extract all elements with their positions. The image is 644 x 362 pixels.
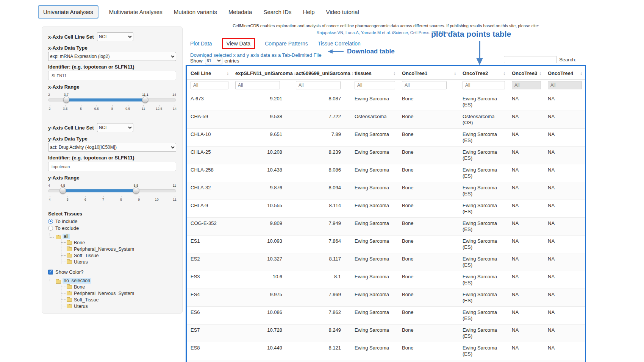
table-cell: 10.6: [231, 271, 292, 289]
sort-icon[interactable]: ▴▾: [539, 72, 541, 75]
table-cell: Bone: [398, 182, 459, 200]
slider-bar[interactable]: [66, 98, 145, 101]
radio-to-exclude[interactable]: To exclude: [48, 225, 176, 231]
column-header-expslfn11-unisarcoma[interactable]: expSLFN11_uniSarcoma▴▾: [231, 66, 292, 80]
slider-bar[interactable]: [63, 189, 136, 192]
table-cell: NA: [508, 93, 544, 111]
nav-tab-video-tutorial[interactable]: Video tutorial: [325, 6, 360, 18]
slider-handle-low[interactable]: [59, 187, 66, 194]
table-cell: NA: [508, 236, 544, 253]
filter-input-tissues[interactable]: [355, 81, 395, 89]
column-header-act609699-unisarcoma[interactable]: act609699_uniSarcoma▴▾: [292, 66, 351, 80]
nav-tab-univariate-analyses[interactable]: Univariate Analyses: [38, 5, 98, 19]
citation-line2[interactable]: Rajapakse.VN, Luna.A, Yamade.M et al. iS…: [186, 30, 586, 35]
column-label: tissues: [355, 70, 372, 76]
nav-tab-mutation-variants[interactable]: Mutation variants: [173, 6, 218, 18]
folder-icon: [67, 241, 72, 245]
nav-tab-metadata[interactable]: Metadata: [228, 6, 253, 18]
x-identifier-input[interactable]: [48, 71, 176, 80]
table-cell: 8.087: [292, 93, 351, 111]
slider-to-label: 8.8: [134, 184, 139, 187]
filter-input-act609699-unisarcoma[interactable]: [296, 81, 341, 89]
exclude-tree-root[interactable]: no_selection: [48, 277, 176, 284]
y-cell-line-set-select[interactable]: NCI: [97, 123, 133, 132]
include-tree-item-bone[interactable]: Bone: [61, 239, 176, 246]
search-label: Search:: [559, 57, 576, 62]
entries-select[interactable]: 61: [205, 57, 222, 64]
column-header-oncotree4[interactable]: OncoTree4▴▾: [544, 66, 585, 80]
column-header-cell-line[interactable]: Cell Line▴▾: [187, 66, 231, 80]
subtab-compare-patterns[interactable]: Compare Patterns: [265, 41, 308, 47]
sort-icon[interactable]: ▴▾: [394, 72, 395, 75]
include-tree-item-peripheral-nervous-system[interactable]: Peripheral_Nervous_System: [61, 246, 176, 252]
exclude-tree-item-soft-tissue[interactable]: Soft_Tissue: [61, 296, 176, 303]
include-tree-root-label: all: [63, 234, 70, 239]
subtab-tissue-correlation[interactable]: Tissue Correlation: [318, 41, 361, 47]
include-tree-item-uterus[interactable]: Uterus: [61, 259, 176, 265]
include-tree-root[interactable]: all: [48, 233, 176, 239]
exclude-tree-item-bone[interactable]: Bone: [61, 284, 176, 290]
y-range-slider[interactable]: 4114.88.84567891011: [48, 184, 176, 204]
y-data-type-select[interactable]: act: Drug Activity (-log10[IC50M]): [48, 143, 176, 152]
show-color-checkbox[interactable]: Show Color?: [48, 268, 176, 276]
table-cell: NA: [508, 253, 544, 271]
column-header-tissues[interactable]: tissues▴▾: [351, 66, 398, 80]
filter-input-expslfn11-unisarcoma[interactable]: [235, 81, 280, 89]
include-tree: allBonePeripheral_Nervous_SystemSoft_Tis…: [48, 233, 176, 265]
table-cell: 8.086: [292, 164, 351, 182]
table-cell: Bone: [398, 218, 459, 236]
column-header-oncotree2[interactable]: OncoTree2▴▾: [459, 66, 508, 80]
sort-icon[interactable]: ▴▾: [227, 72, 228, 75]
table-cell: Bone: [398, 164, 459, 182]
slider-max-label: 14: [172, 93, 176, 97]
left-arrow-icon: [328, 48, 344, 55]
table-cell: 8.114: [292, 200, 351, 218]
table-row: CHLA-329.8768.094Ewing SarcomaBoneEwing …: [187, 182, 585, 200]
filter-input-oncotree1[interactable]: [402, 81, 447, 89]
column-label: OncoTree3: [512, 70, 537, 76]
filter-input-oncotree2[interactable]: [463, 81, 505, 89]
slider-from-label: 3.7: [64, 93, 69, 97]
table-cell: Ewing Sarcoma: [351, 342, 398, 360]
x-data-type-select[interactable]: exp: mRNA Expression (log2): [48, 52, 176, 61]
y-identifier-input[interactable]: [48, 162, 176, 171]
table-cell: NA: [544, 289, 585, 307]
x-range-slider[interactable]: 2143.711.123.556.589.51112.514: [48, 93, 176, 113]
table-cell: Ewing Sarcoma: [351, 289, 398, 307]
table-cell: ES3: [187, 271, 231, 289]
sort-icon[interactable]: ▴▾: [580, 72, 582, 75]
table-cell: NA: [544, 253, 585, 271]
tree-elbow-icon: [50, 233, 54, 238]
tree-item-label: Uterus: [74, 259, 88, 265]
radio-to-include[interactable]: To include: [48, 218, 176, 225]
nav-tab-search-ids[interactable]: Search IDs: [263, 6, 292, 18]
sort-icon[interactable]: ▴▾: [503, 72, 505, 75]
column-header-oncotree3[interactable]: OncoTree3▴▾: [508, 66, 544, 80]
subtab-view-data[interactable]: View Data: [222, 38, 255, 49]
slider-to-label: 11.1: [142, 93, 148, 97]
slider-handle-high[interactable]: [133, 187, 139, 194]
subtab-plot-data[interactable]: Plot Data: [190, 41, 212, 47]
table-cell: 8.239: [292, 147, 351, 164]
sort-icon[interactable]: ▴▾: [352, 72, 353, 75]
search-input[interactable]: [504, 56, 557, 63]
table-cell: CHLA-258: [187, 164, 231, 182]
table-cell: NA: [544, 325, 585, 342]
include-tree-item-soft-tissue[interactable]: Soft_Tissue: [61, 252, 176, 259]
filter-input-cell-line[interactable]: [191, 81, 228, 89]
x-cell-line-set-select[interactable]: NCI: [97, 32, 133, 41]
exclude-tree-item-uterus[interactable]: Uterus: [61, 303, 176, 309]
table-cell: Ewing Sarcoma (ES): [459, 218, 508, 236]
folder-icon: [67, 285, 72, 289]
exclude-tree-item-peripheral-nervous-system[interactable]: Peripheral_Nervous_System: [61, 290, 176, 296]
radio-icon[interactable]: [48, 226, 53, 231]
column-header-oncotree1[interactable]: OncoTree1▴▾: [398, 66, 459, 80]
sort-icon[interactable]: ▴▾: [454, 72, 456, 75]
slider-handle-low[interactable]: [63, 97, 69, 103]
checkbox-icon[interactable]: [48, 270, 53, 275]
slider-handle-high[interactable]: [142, 97, 148, 103]
sort-icon[interactable]: ▴▾: [294, 72, 296, 75]
nav-tab-multivariate-analyses[interactable]: Multivariate Analyses: [108, 6, 163, 18]
nav-tab-help[interactable]: Help: [302, 6, 316, 18]
radio-icon[interactable]: [48, 219, 53, 224]
